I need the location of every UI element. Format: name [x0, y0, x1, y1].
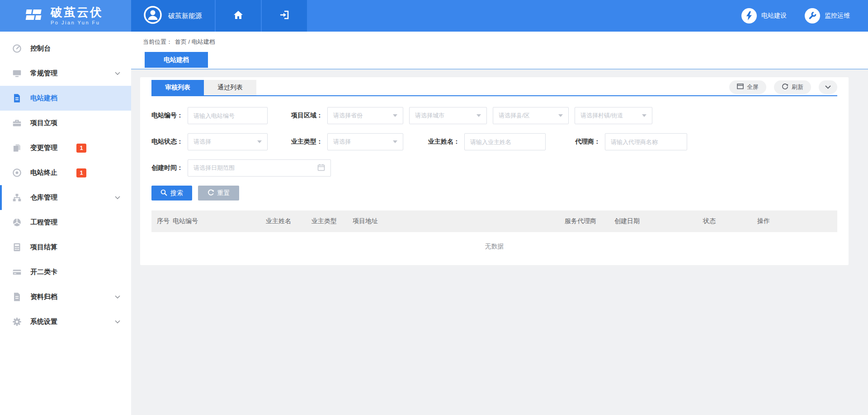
pie-chart-icon: [11, 217, 22, 228]
sidebar-item-label: 控制台: [30, 44, 51, 53]
col-created-date: 创建日期: [614, 217, 703, 225]
dropdown-caret-icon: [642, 114, 646, 117]
chevron-down-icon: [825, 84, 831, 90]
sidebar-item-engineering-mgmt[interactable]: 工程管理: [0, 210, 131, 235]
agent-input[interactable]: [605, 133, 687, 150]
topbar: 当前位置：首页 / 电站建档 电站建档: [131, 32, 868, 69]
collapse-button[interactable]: [819, 80, 837, 94]
chevron-down-icon: [115, 295, 120, 298]
dropdown-caret-icon: [558, 114, 563, 117]
fullscreen-label: 全屏: [747, 83, 759, 91]
nav-station-build-label: 电站建设: [761, 12, 787, 20]
station-no-input[interactable]: [188, 107, 268, 124]
calendar-icon: [317, 163, 325, 173]
col-seq: 序号: [157, 217, 173, 225]
company-name: 破茧新能源: [168, 12, 202, 20]
sidebar-item-label: 项目结算: [30, 243, 57, 252]
province-select[interactable]: 请选择省份: [327, 107, 403, 124]
county-select[interactable]: 请选择县/区: [493, 107, 569, 124]
refresh-button[interactable]: 刷新: [774, 80, 811, 94]
wrench-icon: [805, 8, 820, 23]
brand-title: 破茧云伏: [51, 6, 103, 18]
city-select[interactable]: 请选择城市: [409, 107, 487, 124]
file-icon: [11, 292, 22, 303]
app-header: 破茧云伏 Po Jian Yun Fu 破茧新能源: [0, 0, 868, 32]
sidebar-item-system-settings[interactable]: 系统设置: [0, 309, 131, 334]
region-label: 项目区域：: [291, 112, 323, 120]
sidebar-item-station-archive[interactable]: 电站建档: [0, 86, 131, 111]
app-logo: 破茧云伏 Po Jian Yun Fu: [0, 0, 131, 32]
notification-badge: 1: [76, 168, 86, 177]
sidebar-item-console[interactable]: 控制台: [0, 36, 131, 61]
sidebar-item-label: 常规管理: [30, 69, 57, 78]
station-status-select[interactable]: 请选择: [188, 133, 268, 150]
gear-icon: [11, 317, 22, 327]
col-status: 状态: [703, 217, 757, 225]
tab-passed-list[interactable]: 通过列表: [204, 80, 256, 95]
dropdown-caret-icon: [476, 114, 481, 117]
owner-type-label: 业主类型：: [291, 138, 323, 146]
dropdown-caret-icon: [393, 114, 397, 117]
results-table: 序号 电站编号 业主姓名 业主类型 项目地址 服务代理商 创建日期 状态 操作 …: [151, 210, 837, 261]
tab-review-list[interactable]: 审核列表: [151, 80, 204, 95]
sidebar-item-general-mgmt[interactable]: 常规管理: [0, 61, 131, 86]
sidebar-item-label: 资料归档: [30, 293, 57, 301]
sidebar-item-station-termination[interactable]: 电站终止 1: [0, 160, 131, 185]
owner-type-select[interactable]: 请选择: [327, 133, 403, 150]
brand-subtitle: Po Jian Yun Fu: [51, 20, 103, 25]
reset-button-label: 重置: [217, 189, 230, 197]
reset-button[interactable]: 重置: [198, 186, 239, 201]
nav-station-build[interactable]: 电站建设: [741, 0, 787, 32]
card-icon: [11, 267, 22, 278]
calculator-icon: [11, 242, 22, 253]
sidebar-item-label: 仓库管理: [30, 193, 57, 202]
date-range-input[interactable]: 请选择日期范围: [188, 159, 331, 177]
dashboard-icon: [11, 43, 22, 54]
sidebar-item-project-initiation[interactable]: 项目立项: [0, 111, 131, 135]
sidebar-item-data-archive[interactable]: 资料归档: [0, 284, 131, 309]
sidebar-item-open-card[interactable]: 开二类卡: [0, 260, 131, 284]
col-service-agent: 服务代理商: [565, 217, 614, 225]
breadcrumb-path: 首页 / 电站建档: [175, 38, 215, 45]
main-content: 当前位置：首页 / 电站建档 电站建档 审核列表 通过列表 全屏: [131, 32, 868, 415]
document-icon: [11, 93, 22, 104]
chevron-down-icon: [115, 72, 120, 75]
logout-button[interactable]: [262, 0, 307, 32]
sitemap-icon: [11, 192, 22, 203]
sidebar-item-warehouse-mgmt[interactable]: 仓库管理: [0, 185, 131, 210]
brand-mark-icon: [24, 6, 44, 25]
chevron-down-icon: [115, 320, 120, 323]
search-button[interactable]: 搜索: [151, 186, 192, 201]
breadcrumb-label: 当前位置：: [143, 38, 172, 45]
sign-out-icon: [279, 10, 290, 22]
fullscreen-button[interactable]: 全屏: [729, 80, 766, 94]
refresh-icon: [782, 83, 788, 91]
station-no-label: 电站编号：: [151, 112, 183, 120]
nav-monitor-ops[interactable]: 监控运维: [805, 0, 850, 32]
sidebar-item-label: 变更管理: [30, 144, 57, 152]
col-actions: 操作: [757, 217, 837, 225]
pages-icon: [11, 143, 22, 154]
filter-form: 电站编号： 项目区域： 请选择省份 请选择城市 请选择县/区 请选择村镇/街道: [151, 96, 837, 177]
reset-icon: [208, 189, 214, 197]
page-tab-station-archive[interactable]: 电站建档: [145, 52, 208, 68]
created-time-label: 创建时间：: [151, 164, 183, 172]
sidebar-item-project-settlement[interactable]: 项目结算: [0, 235, 131, 260]
user-menu[interactable]: 破茧新能源: [131, 0, 215, 32]
home-button[interactable]: [216, 0, 261, 32]
town-select[interactable]: 请选择村镇/街道: [575, 107, 652, 124]
col-project-address: 项目地址: [353, 217, 565, 225]
owner-name-input[interactable]: [464, 133, 546, 150]
table-header: 序号 电站编号 业主姓名 业主类型 项目地址 服务代理商 创建日期 状态 操作: [151, 210, 837, 232]
sidebar: 控制台 常规管理 电站建档: [0, 32, 131, 415]
refresh-label: 刷新: [792, 83, 803, 91]
sidebar-item-change-mgmt[interactable]: 变更管理 1: [0, 135, 131, 160]
chevron-down-icon: [115, 196, 120, 199]
tab-underline: [131, 69, 868, 70]
sidebar-item-label: 开二类卡: [30, 268, 57, 276]
station-archive-panel: 审核列表 通过列表 全屏 刷新: [140, 77, 849, 265]
lightning-icon: [741, 8, 757, 23]
sidebar-item-label: 电站终止: [30, 168, 57, 177]
breadcrumb: 当前位置：首页 / 电站建档: [143, 38, 868, 46]
fullscreen-icon: [737, 83, 744, 91]
